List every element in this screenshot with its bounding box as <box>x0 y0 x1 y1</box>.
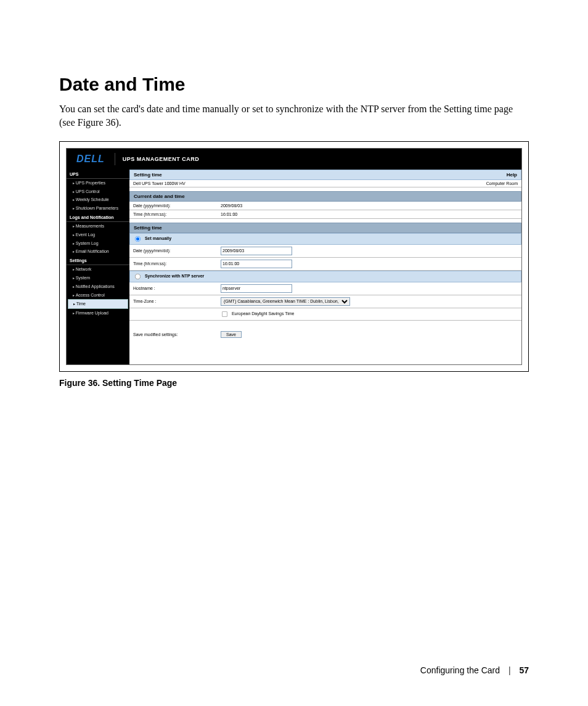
sidebar-group-ups: UPS <box>67 170 129 179</box>
sidebar-item-system[interactable]: System <box>67 274 129 282</box>
set-date-input[interactable] <box>221 247 292 255</box>
sidebar-item-measurements[interactable]: Measurements <box>67 222 129 231</box>
title-bar: Setting time Help <box>129 170 521 180</box>
title-bar-title: Setting time <box>134 172 162 178</box>
sidebar-item-firmware-upload[interactable]: Firmware Upload <box>67 309 129 318</box>
figure-caption: Figure 36. Setting Time Page <box>59 378 529 388</box>
sidebar-item-system-log[interactable]: System Log <box>67 239 129 248</box>
sidebar-item-event-log[interactable]: Event Log <box>67 231 129 239</box>
current-time-label: Time (hh:mm:ss): <box>129 210 217 218</box>
sidebar-item-access-control[interactable]: Access Control <box>67 291 129 300</box>
header-divider <box>115 153 115 165</box>
sidebar-item-notified-applications[interactable]: Notified Applications <box>67 282 129 291</box>
content-area: Setting time Help Dell UPS Tower 1000W H… <box>129 170 521 364</box>
sync-ntp-row[interactable]: Synchronize with NTP server <box>129 271 521 282</box>
figure-screenshot: DELL UPS MANAGEMENT CARD UPS UPS Propert… <box>59 141 529 372</box>
footer-section: Configuring the Card <box>420 665 500 675</box>
card-title: UPS MANAGEMENT CARD <box>123 156 200 162</box>
current-datetime-header: Current date and time <box>129 191 521 202</box>
save-button[interactable]: Save <box>221 331 242 338</box>
sidebar-item-email-notification[interactable]: Email Notification <box>67 247 129 256</box>
sidebar-item-network[interactable]: Network <box>67 265 129 274</box>
sidebar-item-time[interactable]: Time <box>68 299 128 309</box>
sidebar-item-shutdown-parameters[interactable]: Shutdown Parameters <box>67 204 129 213</box>
intro-paragraph: You can set the card's date and time man… <box>59 102 529 130</box>
device-row: Dell UPS Tower 1000W HV Computer Room <box>129 180 521 187</box>
set-manually-row[interactable]: Set manually <box>129 233 521 245</box>
sidebar: UPS UPS Properties UPS Control Weekly Sc… <box>67 170 129 364</box>
hostname-input[interactable] <box>221 284 292 293</box>
timezone-select[interactable]: (GMT) Casablanca, Greenwich Mean TIME : … <box>221 297 350 306</box>
sidebar-item-weekly-schedule[interactable]: Weekly Schedule <box>67 195 129 204</box>
sidebar-group-settings: Settings <box>67 256 129 265</box>
manual-set-table: Date (yyyy/mm/dd): Time (hh:mm:ss): <box>129 245 521 271</box>
current-date-value: 2009/08/03 <box>217 202 521 210</box>
device-name: Dell UPS Tower 1000W HV <box>133 181 186 186</box>
page-footer: Configuring the Card | 57 <box>420 665 529 675</box>
current-datetime-table: Date (yyyy/mm/dd): 2009/08/03 Time (hh:m… <box>129 202 521 219</box>
set-time-input[interactable] <box>221 260 292 268</box>
current-time-value: 16:01:00 <box>217 210 521 218</box>
footer-page-number: 57 <box>519 665 529 675</box>
sidebar-item-ups-properties[interactable]: UPS Properties <box>67 179 129 187</box>
footer-separator: | <box>508 665 511 675</box>
set-manually-label: Set manually <box>145 236 171 240</box>
ups-card: DELL UPS MANAGEMENT CARD UPS UPS Propert… <box>66 148 522 365</box>
sidebar-group-logs: Logs and Notification <box>67 213 129 222</box>
ntp-table: Hostname : Time-Zone : (GMT) Casablanca,… <box>129 282 521 321</box>
card-header: DELL UPS MANAGEMENT CARD <box>67 149 521 170</box>
hostname-label: Hostname : <box>129 282 217 295</box>
section-heading: Date and Time <box>59 74 529 95</box>
save-label: Save modified settings: <box>129 329 217 340</box>
sync-ntp-radio[interactable] <box>135 274 141 279</box>
help-link[interactable]: Help <box>507 172 517 178</box>
timezone-label: Time-Zone : <box>129 295 217 308</box>
dell-logo: DELL <box>67 154 115 165</box>
setting-time-header: Setting time <box>129 223 521 233</box>
set-time-label: Time (hh:mm:ss): <box>129 257 217 270</box>
sync-ntp-label: Synchronize with NTP server <box>145 274 204 278</box>
dst-checkbox[interactable] <box>222 311 227 317</box>
current-date-label: Date (yyyy/mm/dd): <box>129 202 217 210</box>
device-location: Computer Room <box>486 181 518 186</box>
sidebar-item-ups-control[interactable]: UPS Control <box>67 187 129 196</box>
set-date-label: Date (yyyy/mm/dd): <box>129 245 217 258</box>
set-manually-radio[interactable] <box>135 236 141 242</box>
dst-label: European Daylight Savings Time <box>232 311 295 316</box>
save-row: Save modified settings: Save <box>129 329 521 340</box>
